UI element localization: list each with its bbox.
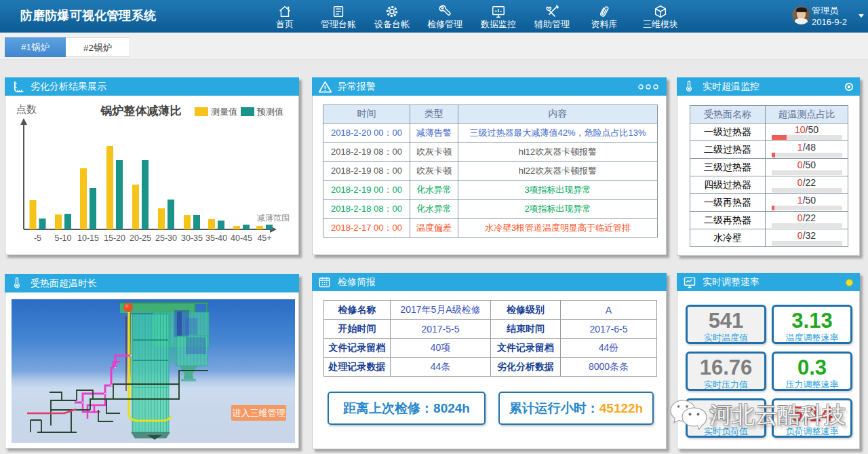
svg-text:10-15: 10-15 bbox=[77, 233, 99, 243]
svg-text:15-20: 15-20 bbox=[104, 233, 125, 243]
svg-text:30-35: 30-35 bbox=[181, 233, 203, 243]
svg-text:25-30: 25-30 bbox=[155, 233, 177, 243]
svg-text:40-45: 40-45 bbox=[231, 233, 252, 243]
svg-text:预测值: 预测值 bbox=[256, 107, 283, 117]
svg-text:点数: 点数 bbox=[16, 103, 37, 115]
svg-text:减薄范围: 减薄范围 bbox=[257, 213, 290, 223]
svg-text:45+: 45+ bbox=[257, 233, 271, 243]
svg-text:-5: -5 bbox=[34, 233, 41, 243]
svg-text:20-25: 20-25 bbox=[130, 233, 151, 243]
svg-text:锅炉整体减薄比: 锅炉整体减薄比 bbox=[100, 105, 182, 117]
svg-text:35-40: 35-40 bbox=[205, 233, 227, 243]
svg-text:测量值: 测量值 bbox=[211, 107, 237, 117]
svg-text:5-10: 5-10 bbox=[54, 233, 71, 243]
